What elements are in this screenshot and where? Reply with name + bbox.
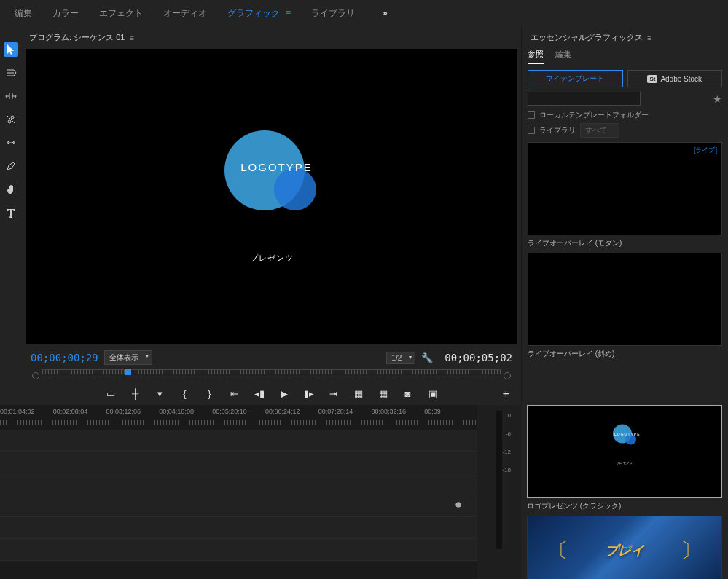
adobe-stock-button[interactable]: St Adobe Stock <box>627 70 723 87</box>
tab-color[interactable]: カラー <box>52 4 79 23</box>
timeline-track[interactable] <box>0 517 477 539</box>
meter-scale: 0 -6 -12 -18 <box>502 412 511 473</box>
template-label-1: ライブオーバーレイ (モダン) <box>528 237 722 253</box>
thumb-logo-text: LOGOTYPE <box>613 425 636 436</box>
tab-library[interactable]: ライブラリ <box>311 4 355 23</box>
program-playhead[interactable] <box>125 369 131 375</box>
logo-circle-small <box>274 168 316 210</box>
add-marker-button[interactable]: ▭ <box>105 388 117 399</box>
track-select-tool[interactable] <box>4 66 18 80</box>
program-panel-menu-icon[interactable]: ≡ <box>129 34 133 42</box>
comparison-view-button[interactable]: ▣ <box>427 388 439 399</box>
workspace-tab-bar: 編集 カラー エフェクト オーディオ グラフィック ≡ ライブラリ » <box>0 0 728 26</box>
slip-tool[interactable] <box>4 135 18 150</box>
settings-wrench-icon[interactable]: 🔧 <box>421 352 433 363</box>
type-tool[interactable] <box>4 205 18 220</box>
bracket-right-icon: 〕 <box>681 537 701 564</box>
step-back-button[interactable]: ◂▮ <box>254 388 265 399</box>
live-tag: [ライブ] <box>694 146 717 155</box>
button-editor-plus[interactable]: + <box>503 387 509 401</box>
template-thumbnail-3[interactable]: LOGOTYPE プレゼンツ <box>527 405 722 498</box>
template-thumbnail-4[interactable]: 〔 リーグ プレイ 〕 <box>527 516 722 579</box>
program-video-viewport[interactable]: LOGOTYPE プレゼンツ <box>26 49 517 344</box>
transport-controls: ▭ ╪ ▾ { } ⇤ ◂▮ ▶ ▮▸ ⇥ ▦ ▦ ◙ ▣ + <box>26 384 517 405</box>
keyframe-icon[interactable] <box>455 502 461 507</box>
timeline-tracks <box>0 430 477 579</box>
timeline-track[interactable] <box>0 539 477 561</box>
export-frame-button[interactable]: ◙ <box>402 388 414 399</box>
meter-db-label: -12 <box>502 449 511 455</box>
playback-resolution-dropdown[interactable]: 1/2 <box>386 352 415 364</box>
go-to-out-button[interactable]: ⇥ <box>328 388 340 399</box>
go-to-in-button[interactable]: ⇤ <box>229 388 240 399</box>
hand-tool[interactable] <box>4 182 18 197</box>
logo-text: LOGOTYPE <box>224 130 319 173</box>
step-forward-button[interactable]: ▮▸ <box>303 388 315 399</box>
tab-audio[interactable]: オーディオ <box>163 4 207 23</box>
audio-meter-bar <box>496 411 502 549</box>
template-thumbnail-2[interactable] <box>528 253 722 346</box>
program-scrubber <box>26 368 517 384</box>
pen-tool[interactable] <box>4 159 18 173</box>
meter-db-label: -6 <box>502 430 511 437</box>
razor-tool[interactable] <box>4 112 18 127</box>
bracket-left-icon: 〔 <box>548 537 568 564</box>
adobe-stock-label: Adobe Stock <box>660 75 702 83</box>
mark-in-button[interactable]: ▾ <box>154 388 166 399</box>
extract-button[interactable]: ▦ <box>377 388 389 399</box>
template-search-input[interactable] <box>528 92 641 106</box>
template-label-3: ロゴプレゼンツ (クラシック) <box>527 500 722 516</box>
local-folder-checkbox[interactable] <box>528 111 535 119</box>
favorites-star-icon[interactable]: ★ <box>713 93 722 105</box>
eg-panel-menu-icon[interactable]: ≡ <box>647 34 651 42</box>
duration-timecode[interactable]: 00;00;05;02 <box>445 352 512 363</box>
eg-panel-continuation: LOGOTYPE プレゼンツ ロゴプレゼンツ (クラシック) 〔 リーグ プレイ… <box>521 405 728 579</box>
video-content: LOGOTYPE プレゼンツ <box>224 130 319 264</box>
timeline-ticks <box>0 420 477 425</box>
zoom-fit-dropdown[interactable]: 全体表示 <box>104 350 152 365</box>
program-monitor-panel: プログラム: シーケンス 01 ≡ LOGOTYPE プレゼンツ 00;00;0… <box>22 26 521 405</box>
program-ruler[interactable] <box>42 369 501 382</box>
template-thumbnail-1[interactable]: [ライブ] <box>528 142 722 235</box>
tab-effects[interactable]: エフェクト <box>99 4 143 23</box>
out-bracket-icon[interactable]: } <box>204 388 216 399</box>
template-label-2: ライブオーバーレイ (斜め) <box>528 347 722 363</box>
marker-icon[interactable]: ╪ <box>130 388 141 399</box>
thumb-presents-text: プレゼンツ <box>613 461 636 465</box>
play-button[interactable]: ▶ <box>278 388 290 399</box>
in-bracket-icon[interactable]: { <box>179 388 191 399</box>
timeline-panel[interactable]: 00;01;04;02 00;02;08;04 00;03;12;06 00;0… <box>0 405 477 579</box>
current-timecode[interactable]: 00;00;00;29 <box>31 352 98 363</box>
audio-meter-panel: 0 -6 -12 -18 <box>477 405 521 579</box>
library-checkbox[interactable] <box>528 127 535 134</box>
library-select-dropdown[interactable]: すべて <box>580 123 619 138</box>
local-folder-label: ローカルテンプレートフォルダー <box>539 110 649 120</box>
timeline-track[interactable] <box>0 495 477 517</box>
lift-button[interactable]: ▦ <box>353 388 364 399</box>
presents-text: プレゼンツ <box>224 253 319 264</box>
stock-badge-icon: St <box>647 75 657 83</box>
essential-graphics-panel: エッセンシャルグラフィックス ≡ 参照 編集 マイテンプレート St Adobe… <box>521 26 728 405</box>
zoom-handle-left[interactable] <box>32 372 39 379</box>
meter-db-label: 0 <box>502 412 511 419</box>
zoom-handle-right[interactable] <box>504 372 511 379</box>
tab-overflow-icon[interactable]: » <box>383 8 388 18</box>
my-templates-button[interactable]: マイテンプレート <box>528 70 623 87</box>
meter-db-label: -18 <box>502 467 511 473</box>
library-label: ライブラリ <box>539 125 576 135</box>
eg-panel-title: エッセンシャルグラフィックス <box>531 32 643 43</box>
ripple-edit-tool[interactable] <box>4 89 18 103</box>
selection-tool[interactable] <box>4 42 18 57</box>
eg-panel-header: エッセンシャルグラフィックス ≡ <box>528 26 722 46</box>
tab-edit[interactable]: 編集 <box>15 4 32 23</box>
tab-menu-icon[interactable]: ≡ <box>286 8 291 18</box>
timeline-track[interactable] <box>0 473 477 495</box>
timeline-track[interactable] <box>0 452 477 473</box>
program-panel-title: プログラム: シーケンス 01 <box>29 32 125 43</box>
eg-tab-edit[interactable]: 編集 <box>555 49 571 64</box>
eg-tab-browse[interactable]: 参照 <box>528 49 544 64</box>
tab-graphics[interactable]: グラフィック <box>227 4 280 23</box>
timeline-track[interactable] <box>0 430 477 452</box>
left-toolbar <box>0 26 22 405</box>
play-top-text: リーグ <box>616 544 633 552</box>
